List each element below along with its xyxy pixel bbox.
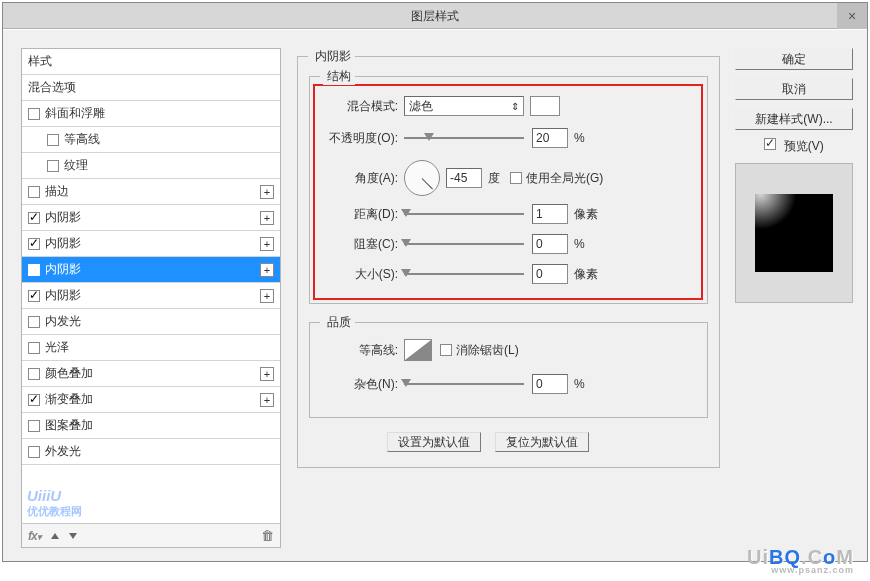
style-checkbox[interactable] [28,238,40,250]
style-checkbox[interactable] [28,264,40,276]
contour-label: 等高线: [315,342,398,359]
add-effect-icon[interactable]: + [260,263,274,277]
chevron-updown-icon: ⇕ [511,101,519,112]
choke-slider[interactable] [404,234,524,254]
blend-mode-value: 滤色 [409,98,433,115]
style-row[interactable]: 内阴影+ [22,257,280,283]
choke-label: 阻塞(C): [315,236,398,253]
style-checkbox[interactable] [47,134,59,146]
preview-checkbox[interactable] [764,138,776,150]
style-label: 渐变叠加 [45,391,93,408]
distance-slider[interactable] [404,204,524,224]
set-default-button[interactable]: 设置为默认值 [387,432,481,452]
add-effect-icon[interactable]: + [260,289,274,303]
style-label: 斜面和浮雕 [45,105,105,122]
styles-header-label: 样式 [28,53,52,70]
style-checkbox[interactable] [28,186,40,198]
style-row[interactable]: 内阴影+ [22,231,280,257]
style-label: 描边 [45,183,69,200]
style-checkbox[interactable] [28,212,40,224]
close-icon[interactable]: × [837,3,867,29]
quality-group [309,322,708,418]
styles-panel: 样式 混合选项 斜面和浮雕等高线纹理描边+内阴影+内阴影+内阴影+内阴影+内发光… [21,48,281,548]
style-row[interactable]: 描边+ [22,179,280,205]
style-row[interactable]: 渐变叠加+ [22,387,280,413]
section-title: 内阴影 [311,48,355,65]
styles-header[interactable]: 样式 [22,49,280,75]
cancel-button[interactable]: 取消 [735,78,853,100]
preview-box [735,163,853,303]
styles-footer: fx▾ 🗑 [22,523,280,547]
style-row[interactable]: 内阴影+ [22,205,280,231]
antialias-checkbox[interactable] [440,344,452,356]
style-row[interactable]: 外发光 [22,439,280,465]
style-row[interactable]: 等高线 [22,127,280,153]
angle-input[interactable]: -45 [446,168,482,188]
style-checkbox[interactable] [28,368,40,380]
move-up-icon[interactable] [51,533,59,539]
global-light-label: 使用全局光(G) [526,170,603,187]
style-label: 等高线 [64,131,100,148]
style-checkbox[interactable] [28,108,40,120]
style-checkbox[interactable] [47,160,59,172]
style-row[interactable]: 斜面和浮雕 [22,101,280,127]
right-column: 确定 取消 新建样式(W)... 预览(V) [735,48,853,303]
watermark-left: UiiiU 优优教程网 [27,487,82,519]
new-style-button[interactable]: 新建样式(W)... [735,108,853,130]
size-unit: 像素 [574,266,598,283]
global-light-checkbox[interactable] [510,172,522,184]
noise-unit: % [574,377,585,391]
watermark-right: UiBQ.CoM www.psanz.com [747,546,854,575]
quality-title: 品质 [323,314,355,331]
style-row[interactable]: 光泽 [22,335,280,361]
noise-label: 杂色(N): [315,376,398,393]
add-effect-icon[interactable]: + [260,211,274,225]
preview-thumbnail [755,194,833,272]
size-slider[interactable] [404,264,524,284]
angle-label: 角度(A): [315,170,398,187]
blend-options-label: 混合选项 [28,79,76,96]
contour-picker[interactable] [404,339,432,361]
style-label: 内阴影 [45,235,81,252]
opacity-unit: % [574,131,585,145]
style-checkbox[interactable] [28,290,40,302]
angle-deg: 度 [488,170,500,187]
blend-options-header[interactable]: 混合选项 [22,75,280,101]
add-effect-icon[interactable]: + [260,393,274,407]
distance-input[interactable]: 1 [532,204,568,224]
angle-dial[interactable] [404,160,440,196]
move-down-icon[interactable] [69,533,77,539]
add-effect-icon[interactable]: + [260,185,274,199]
size-input[interactable]: 0 [532,264,568,284]
noise-slider[interactable] [404,374,524,394]
style-row[interactable]: 内发光 [22,309,280,335]
style-row[interactable]: 颜色叠加+ [22,361,280,387]
style-checkbox[interactable] [28,342,40,354]
blend-mode-label: 混合模式: [315,98,398,115]
distance-unit: 像素 [574,206,598,223]
reset-default-button[interactable]: 复位为默认值 [495,432,589,452]
style-row[interactable]: 纹理 [22,153,280,179]
size-label: 大小(S): [315,266,398,283]
style-checkbox[interactable] [28,316,40,328]
opacity-slider[interactable] [404,128,524,148]
trash-icon[interactable]: 🗑 [261,528,274,543]
fx-icon[interactable]: fx▾ [28,529,41,543]
add-effect-icon[interactable]: + [260,237,274,251]
style-row[interactable]: 图案叠加 [22,413,280,439]
choke-input[interactable]: 0 [532,234,568,254]
style-label: 内阴影 [45,287,81,304]
add-effect-icon[interactable]: + [260,367,274,381]
style-checkbox[interactable] [28,394,40,406]
watermark-left-line2: 优优教程网 [27,504,82,519]
noise-input[interactable]: 0 [532,374,568,394]
style-checkbox[interactable] [28,446,40,458]
style-row[interactable]: 内阴影+ [22,283,280,309]
dialog-body: 样式 混合选项 斜面和浮雕等高线纹理描边+内阴影+内阴影+内阴影+内阴影+内发光… [3,30,867,561]
dialog-window: 图层样式 × 样式 混合选项 斜面和浮雕等高线纹理描边+内阴影+内阴影+内阴影+… [2,2,868,562]
blend-mode-select[interactable]: 滤色 ⇕ [404,96,524,116]
ok-button[interactable]: 确定 [735,48,853,70]
opacity-input[interactable]: 20 [532,128,568,148]
blend-color-swatch[interactable] [530,96,560,116]
style-checkbox[interactable] [28,420,40,432]
